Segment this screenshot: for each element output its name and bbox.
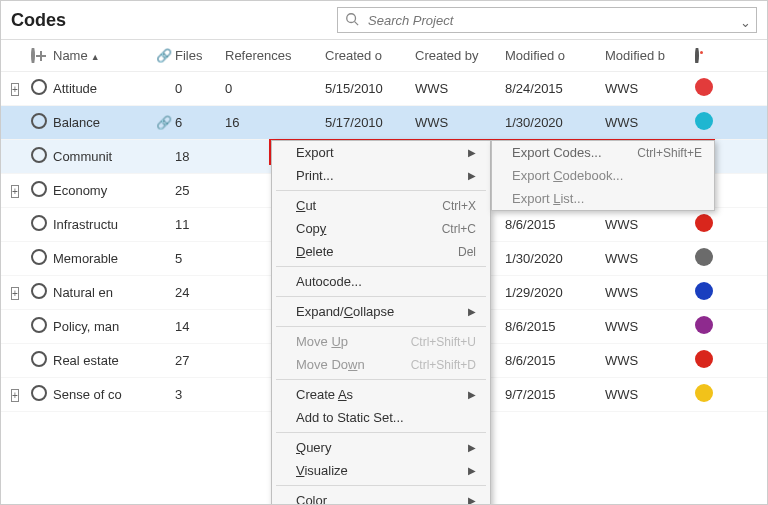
color-dot[interactable] (695, 78, 713, 96)
expand-icon[interactable]: + (11, 287, 19, 300)
search-icon (345, 12, 359, 26)
col-modified-on[interactable]: Modified o (505, 48, 605, 63)
node-icon (31, 249, 47, 265)
expand-icon[interactable]: + (11, 389, 19, 402)
menu-visualize[interactable]: Visualize▶ (272, 459, 490, 482)
chevron-down-icon[interactable]: ⌄ (740, 15, 751, 30)
svg-line-1 (355, 22, 359, 26)
link-icon: 🔗 (153, 48, 175, 63)
cell-modified-on: 1/30/2020 (505, 251, 605, 266)
cell-refs: 0 (225, 81, 325, 96)
cell-files: 24 (175, 285, 225, 300)
cell-created-by: WWS (415, 115, 505, 130)
cell-modified-on: 8/24/2015 (505, 81, 605, 96)
cell-name: Natural en (53, 285, 153, 300)
menu-print[interactable]: Print...▶ (272, 164, 490, 187)
cell-modified-on: 1/30/2020 (505, 115, 605, 130)
menu-expand-collapse[interactable]: Expand/Collapse▶ (272, 300, 490, 323)
node-icon (31, 147, 47, 163)
expand-icon[interactable]: + (11, 185, 19, 198)
col-files[interactable]: Files (175, 48, 225, 63)
cell-modified-by: WWS (605, 251, 695, 266)
menu-create-as[interactable]: Create As▶ (272, 383, 490, 406)
color-dot[interactable] (695, 214, 713, 232)
submenu-export-codes[interactable]: Export Codes...Ctrl+Shift+E (492, 141, 714, 164)
cell-created-on: 5/17/2010 (325, 115, 415, 130)
cell-modified-on: 9/7/2015 (505, 387, 605, 402)
add-icon[interactable] (31, 48, 35, 63)
cell-modified-by: WWS (605, 353, 695, 368)
col-name[interactable]: Name▲ (53, 48, 153, 63)
menu-autocode[interactable]: Autocode... (272, 270, 490, 293)
color-dot[interactable] (695, 112, 713, 130)
palette-icon[interactable] (695, 48, 699, 63)
menu-move-down: Move DownCtrl+Shift+D (272, 353, 490, 376)
node-icon (31, 317, 47, 333)
node-icon (31, 385, 47, 401)
submenu-export-list[interactable]: Export List... (492, 187, 714, 210)
cell-files: 27 (175, 353, 225, 368)
cell-modified-by: WWS (605, 217, 695, 232)
cell-name: Sense of co (53, 387, 153, 402)
node-icon (31, 283, 47, 299)
color-dot[interactable] (695, 282, 713, 300)
menu-delete[interactable]: DeleteDel (272, 240, 490, 263)
cell-modified-on: 8/6/2015 (505, 319, 605, 334)
col-references[interactable]: References (225, 48, 325, 63)
cell-created-on: 5/15/2010 (325, 81, 415, 96)
cell-modified-by: WWS (605, 319, 695, 334)
color-dot[interactable] (695, 350, 713, 368)
menu-add-static-set[interactable]: Add to Static Set... (272, 406, 490, 429)
col-modified-by[interactable]: Modified b (605, 48, 695, 63)
color-dot[interactable] (695, 316, 713, 334)
expand-icon[interactable]: + (11, 83, 19, 96)
cell-files: 6 (175, 115, 225, 130)
cell-files: 11 (175, 217, 225, 232)
color-dot[interactable] (695, 384, 713, 402)
menu-query[interactable]: Query▶ (272, 436, 490, 459)
cell-files: 18 (175, 149, 225, 164)
node-icon (31, 113, 47, 129)
cell-files: 25 (175, 183, 225, 198)
cell-name: Infrastructu (53, 217, 153, 232)
menu-export[interactable]: Export▶ (272, 141, 490, 164)
cell-modified-by: WWS (605, 285, 695, 300)
cell-modified-by: WWS (605, 81, 695, 96)
col-created-on[interactable]: Created o (325, 48, 415, 63)
cell-modified-on: 8/6/2015 (505, 217, 605, 232)
submenu-export-codebook[interactable]: Export Codebook... (492, 164, 714, 187)
export-submenu[interactable]: Export Codes...Ctrl+Shift+E Export Codeb… (491, 140, 715, 211)
cell-files: 3 (175, 387, 225, 402)
cell-modified-on: 8/6/2015 (505, 353, 605, 368)
cell-created-by: WWS (415, 81, 505, 96)
color-dot[interactable] (695, 248, 713, 266)
menu-move-up: Move UpCtrl+Shift+U (272, 330, 490, 353)
context-menu[interactable]: Export▶ Print...▶ CutCtrl+X CopyCtrl+C D… (271, 140, 491, 505)
node-icon (31, 79, 47, 95)
cell-name: Communit (53, 149, 153, 164)
menu-color[interactable]: Color▶ (272, 489, 490, 505)
column-header-row: Name▲ 🔗 Files References Created o Creat… (1, 40, 767, 72)
cell-name: Real estate (53, 353, 153, 368)
cell-files: 14 (175, 319, 225, 334)
row-link-icon: 🔗 (153, 115, 175, 130)
cell-name: Economy (53, 183, 153, 198)
cell-modified-by: WWS (605, 115, 695, 130)
page-title: Codes (11, 10, 66, 31)
search-input[interactable] (337, 7, 757, 33)
menu-cut[interactable]: CutCtrl+X (272, 194, 490, 217)
cell-refs: 16 (225, 115, 325, 130)
node-icon (31, 181, 47, 197)
svg-point-0 (347, 14, 356, 23)
cell-files: 0 (175, 81, 225, 96)
node-icon (31, 351, 47, 367)
node-icon (31, 215, 47, 231)
table-row[interactable]: Balance🔗6165/17/2010WWS1/30/2020WWS (1, 106, 767, 140)
col-created-by[interactable]: Created by (415, 48, 505, 63)
cell-files: 5 (175, 251, 225, 266)
cell-modified-by: WWS (605, 387, 695, 402)
cell-name: Policy, man (53, 319, 153, 334)
table-row[interactable]: +Attitude005/15/2010WWS8/24/2015WWS (1, 72, 767, 106)
cell-modified-on: 1/29/2020 (505, 285, 605, 300)
menu-copy[interactable]: CopyCtrl+C (272, 217, 490, 240)
